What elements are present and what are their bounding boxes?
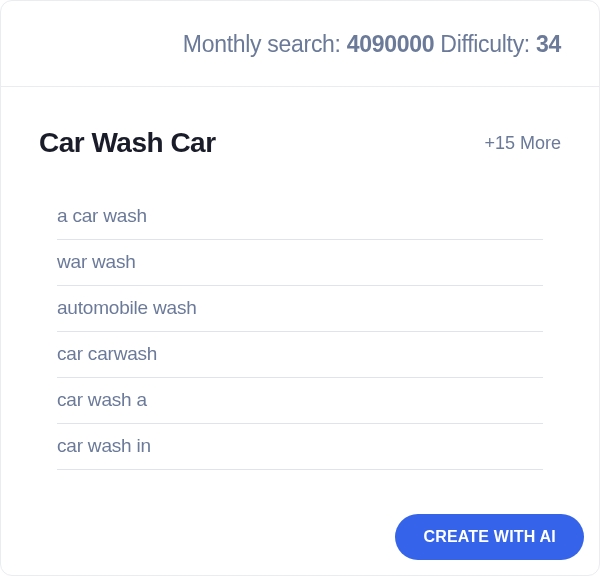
keyword-item[interactable]: car wash in xyxy=(57,424,543,470)
create-with-ai-button[interactable]: CREATE WITH AI xyxy=(395,514,584,560)
keyword-item[interactable]: automobile wash xyxy=(57,286,543,332)
keyword-title: Car Wash Car xyxy=(39,127,216,159)
title-row: Car Wash Car +15 More xyxy=(39,127,561,159)
keyword-item[interactable]: car carwash xyxy=(57,332,543,378)
keyword-item[interactable]: war wash xyxy=(57,240,543,286)
keyword-card: Monthly search: 4090000 Difficulty: 34 C… xyxy=(0,0,600,576)
keyword-list: a car wash war wash automobile wash car … xyxy=(39,194,561,470)
content-area: Car Wash Car +15 More a car wash war was… xyxy=(1,87,599,490)
stats-header: Monthly search: 4090000 Difficulty: 34 xyxy=(1,1,599,87)
keyword-item[interactable]: car wash a xyxy=(57,378,543,424)
difficulty-value: 34 xyxy=(536,31,561,57)
monthly-search-value: 4090000 xyxy=(347,31,434,57)
difficulty-label: Difficulty: xyxy=(434,31,536,57)
monthly-search-label: Monthly search: xyxy=(183,31,347,57)
keyword-item[interactable]: a car wash xyxy=(57,194,543,240)
more-link[interactable]: +15 More xyxy=(484,133,561,154)
